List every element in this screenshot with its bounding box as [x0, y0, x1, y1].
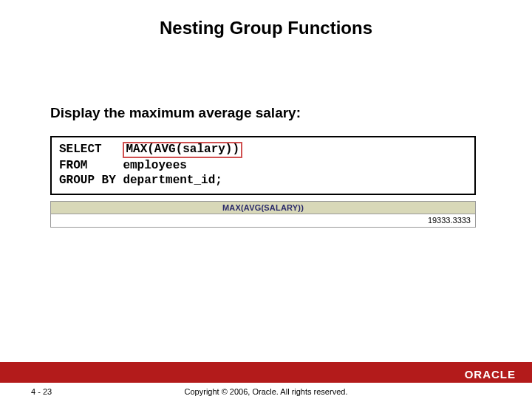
oracle-logo: ORACLE	[465, 368, 516, 381]
sql-code-box: SELECT MAX(AVG(salary))FROM employeesGRO…	[50, 136, 476, 195]
result-value: 19333.3333	[51, 214, 475, 227]
copyright-text: Copyright © 2006, Oracle. All rights res…	[0, 387, 532, 396]
slide-subtitle: Display the maximum average salary:	[50, 105, 301, 121]
result-header: MAX(AVG(SALARY))	[51, 202, 475, 214]
footer-bar	[0, 362, 532, 383]
result-table: MAX(AVG(SALARY)) 19333.3333	[50, 201, 476, 228]
code-keyword-select: SELECT	[59, 143, 123, 156]
code-line-3: GROUP BY department_id;	[59, 173, 467, 188]
slide: Nesting Group Functions Display the maxi…	[0, 0, 532, 399]
code-line-2: FROM employees	[59, 158, 467, 173]
code-highlight-expr: MAX(AVG(salary))	[123, 142, 242, 158]
code-line-1: SELECT MAX(AVG(salary))	[59, 142, 467, 158]
page-number: 4 - 23	[31, 387, 52, 396]
slide-title: Nesting Group Functions	[0, 18, 532, 38]
